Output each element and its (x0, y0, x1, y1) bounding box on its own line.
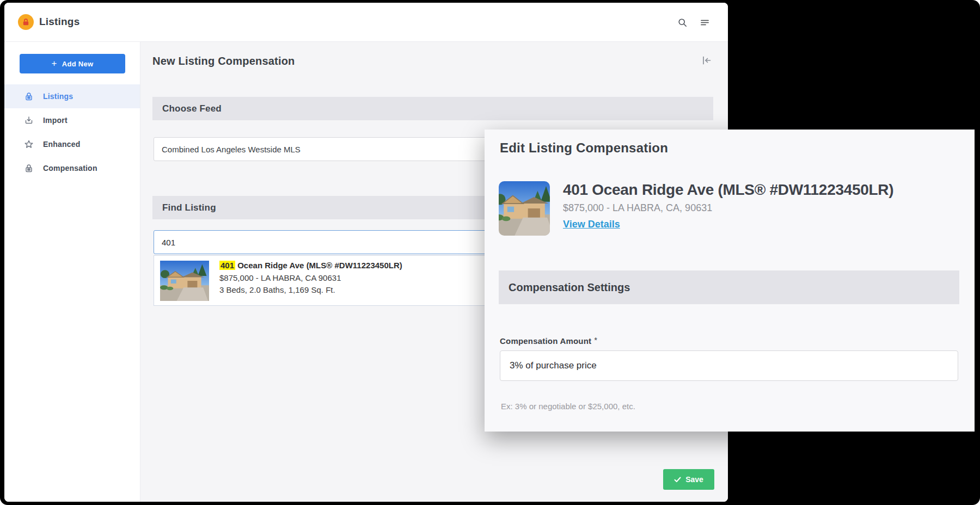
import-icon (24, 115, 34, 125)
field-label-text: Compensation Amount (500, 336, 591, 346)
section-title: Compensation Settings (509, 281, 630, 294)
compensation-amount-label: Compensation Amount* (500, 335, 597, 346)
app-logo-icon (18, 14, 34, 30)
compensation-amount-input[interactable] (500, 350, 958, 381)
save-label: Save (685, 475, 703, 484)
add-new-button[interactable]: + Add New (20, 54, 125, 73)
compensation-amount-helper: Ex: 3% or negotiable or $25,000, etc. (501, 402, 635, 411)
listing-result-title: 401 Ocean Ridge Ave (MLS® #DW11223450LR) (219, 260, 402, 272)
listing-thumbnail (160, 261, 209, 301)
listing-result-price: $875,000 - LA HABRA, CA 90631 (219, 272, 402, 285)
search-match-highlight: 401 (219, 261, 235, 270)
sidebar-item-label: Enhanced (43, 140, 81, 149)
add-new-label: Add New (62, 60, 94, 68)
edit-compensation-panel: Edit Listing Compensation 401 Ocean Ridg… (485, 130, 975, 432)
property-title: 401 Ocean Ridge Ave (MLS® #DW11223450LR) (563, 181, 960, 199)
page-title: New Listing Compensation (152, 55, 295, 67)
sidebar-item-label: Import (43, 116, 68, 125)
panel-title: Edit Listing Compensation (500, 140, 668, 156)
star-icon (24, 139, 34, 149)
check-icon (674, 477, 681, 483)
sidebar-item-compensation[interactable]: Compensation (4, 156, 140, 180)
compensation-settings-header: Compensation Settings (499, 270, 959, 304)
lock-icon (24, 163, 34, 173)
menu-icon[interactable] (700, 18, 709, 27)
required-asterisk: * (594, 335, 597, 344)
search-icon[interactable] (678, 18, 687, 27)
sidebar-item-label: Compensation (43, 164, 97, 173)
screenshot-frame: Listings + Add New (0, 0, 980, 505)
sidebar-item-import[interactable]: Import (4, 108, 140, 132)
section-title: Find Listing (162, 202, 216, 213)
topbar: Listings (4, 3, 728, 42)
save-button[interactable]: Save (663, 469, 714, 490)
view-details-link[interactable]: View Details (563, 219, 620, 230)
feed-selected-value: Combined Los Angeles Westside MLS (162, 145, 301, 154)
window-title: Listings (39, 16, 79, 28)
sidebar-nav: Listings Import (4, 84, 140, 180)
property-subtitle: $875,000 - LA HABRA, CA, 90631 (563, 202, 960, 214)
listing-result-title-rest: Ocean Ridge Ave (MLS® #DW11223450LR) (235, 261, 402, 270)
sidebar-item-listings[interactable]: Listings (4, 84, 140, 108)
property-thumbnail (499, 181, 550, 236)
property-info: 401 Ocean Ridge Ave (MLS® #DW11223450LR)… (563, 181, 960, 230)
sidebar-item-enhanced[interactable]: Enhanced (4, 132, 140, 156)
section-title: Choose Feed (162, 103, 222, 114)
choose-feed-section-header: Choose Feed (152, 97, 713, 120)
sidebar: + Add New Listings (4, 42, 140, 502)
listing-result-text: 401 Ocean Ridge Ave (MLS® #DW11223450LR)… (219, 260, 402, 297)
lock-icon (24, 91, 34, 101)
sidebar-item-label: Listings (43, 92, 73, 101)
listing-result-details: 3 Beds, 2.0 Baths, 1,169 Sq. Ft. (219, 284, 402, 297)
collapse-panel-icon[interactable] (701, 55, 712, 66)
plus-icon: + (52, 59, 57, 68)
